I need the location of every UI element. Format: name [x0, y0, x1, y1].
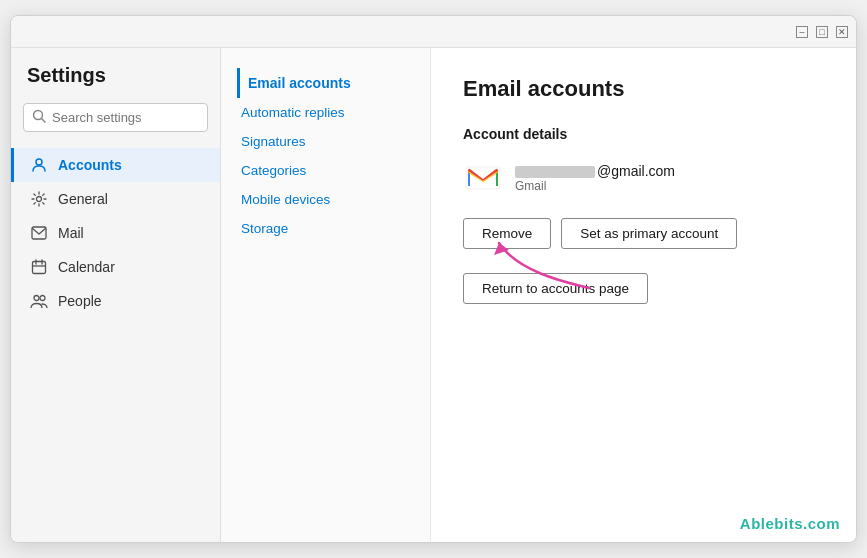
sidebar-item-label-mail: Mail: [58, 225, 84, 241]
gmail-logo: [463, 158, 503, 198]
watermark: Ablebits.com: [740, 515, 840, 532]
account-email: @gmail.com: [515, 163, 675, 179]
action-buttons: Remove Set as primary account: [463, 218, 824, 249]
sidebar-item-label-general: General: [58, 191, 108, 207]
svg-rect-4: [32, 227, 46, 239]
svg-point-9: [34, 296, 39, 301]
return-btn-wrap: Return to accounts page: [463, 273, 824, 304]
middle-panel-item-signatures[interactable]: Signatures: [237, 127, 414, 156]
svg-point-2: [36, 159, 42, 165]
svg-point-10: [40, 296, 45, 301]
account-provider: Gmail: [515, 179, 675, 193]
main-title: Email accounts: [463, 76, 824, 102]
person-icon: [30, 156, 48, 174]
calendar-icon: [30, 258, 48, 276]
sidebar-item-label-accounts: Accounts: [58, 157, 122, 173]
set-primary-button[interactable]: Set as primary account: [561, 218, 737, 249]
remove-button[interactable]: Remove: [463, 218, 551, 249]
middle-panel-item-storage[interactable]: Storage: [237, 214, 414, 243]
sidebar: Settings Accounts: [11, 48, 221, 542]
window-body: Settings Accounts: [11, 48, 856, 542]
maximize-button[interactable]: □: [816, 26, 828, 38]
sidebar-item-general[interactable]: General: [11, 182, 220, 216]
people-icon: [30, 292, 48, 310]
section-title: Account details: [463, 126, 824, 142]
mail-icon: [30, 224, 48, 242]
window-controls: – □ ✕: [796, 26, 848, 38]
svg-line-1: [42, 119, 46, 123]
sidebar-item-label-people: People: [58, 293, 102, 309]
search-input[interactable]: [52, 110, 199, 125]
svg-point-3: [37, 197, 42, 202]
main-content: Email accounts Account details: [431, 48, 856, 542]
account-info: @gmail.com Gmail: [463, 158, 824, 198]
sidebar-title: Settings: [11, 64, 220, 103]
sidebar-item-people[interactable]: People: [11, 284, 220, 318]
redacted-email: [515, 166, 595, 178]
middle-panel-item-categories[interactable]: Categories: [237, 156, 414, 185]
middle-panel: Email accounts Automatic replies Signatu…: [221, 48, 431, 542]
return-button[interactable]: Return to accounts page: [463, 273, 648, 304]
title-bar: – □ ✕: [11, 16, 856, 48]
sidebar-item-mail[interactable]: Mail: [11, 216, 220, 250]
minimize-button[interactable]: –: [796, 26, 808, 38]
sidebar-item-calendar[interactable]: Calendar: [11, 250, 220, 284]
middle-panel-item-automatic-replies[interactable]: Automatic replies: [237, 98, 414, 127]
close-button[interactable]: ✕: [836, 26, 848, 38]
middle-panel-item-email-accounts[interactable]: Email accounts: [237, 68, 414, 98]
middle-panel-item-mobile-devices[interactable]: Mobile devices: [237, 185, 414, 214]
search-icon: [32, 109, 46, 126]
account-text: @gmail.com Gmail: [515, 163, 675, 193]
svg-rect-5: [33, 262, 46, 274]
app-window: – □ ✕ Settings: [10, 15, 857, 543]
sidebar-item-label-calendar: Calendar: [58, 259, 115, 275]
search-box[interactable]: [23, 103, 208, 132]
gear-icon: [30, 190, 48, 208]
sidebar-item-accounts[interactable]: Accounts: [11, 148, 220, 182]
